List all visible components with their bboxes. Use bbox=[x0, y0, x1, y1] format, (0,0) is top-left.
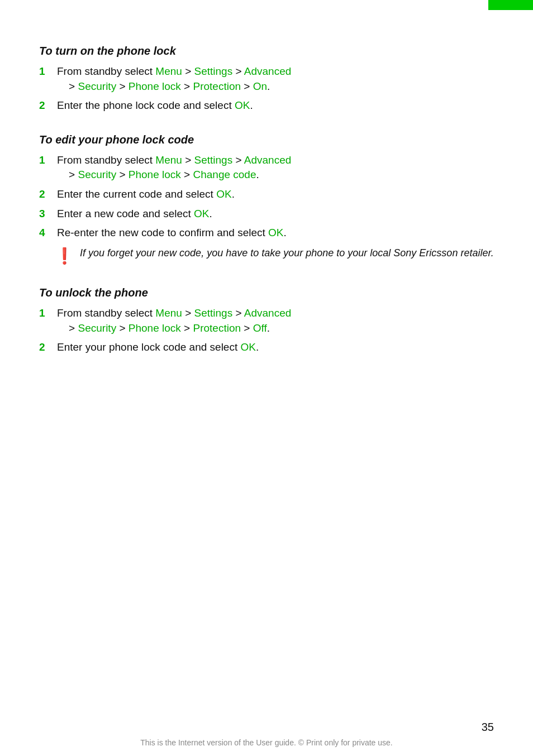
footer-text: This is the Internet version of the User… bbox=[0, 738, 533, 747]
step-list-unlock: 1 From standby select Menu > Settings > … bbox=[39, 306, 494, 355]
menu-link: Menu bbox=[155, 65, 182, 77]
ok-link: OK bbox=[216, 188, 231, 200]
step-number: 1 bbox=[39, 153, 55, 168]
step-text: Enter your phone lock code and select OK… bbox=[57, 340, 494, 355]
advanced-link: Advanced bbox=[244, 307, 292, 319]
page-number: 35 bbox=[482, 721, 494, 734]
note-box: ❗ If you forget your new code, you have … bbox=[55, 246, 494, 266]
green-bar bbox=[488, 0, 533, 10]
advanced-link: Advanced bbox=[244, 154, 292, 166]
step-text: Enter a new code and select OK. bbox=[57, 207, 494, 222]
ok-link: OK bbox=[240, 341, 255, 353]
settings-link: Settings bbox=[194, 307, 233, 319]
step-edit-4: 4 Re-enter the new code to confirm and s… bbox=[39, 226, 494, 241]
phone-lock-link: Phone lock bbox=[129, 169, 181, 180]
section-unlock-title: To unlock the phone bbox=[39, 286, 494, 299]
step-text: Enter the phone lock code and select OK. bbox=[57, 98, 494, 113]
ok-link: OK bbox=[268, 227, 283, 238]
advanced-link: Advanced bbox=[244, 65, 292, 77]
step-number: 4 bbox=[39, 226, 55, 241]
step-edit-1: 1 From standby select Menu > Settings > … bbox=[39, 153, 494, 183]
settings-link: Settings bbox=[194, 154, 233, 166]
security-link: Security bbox=[78, 80, 117, 92]
security-link: Security bbox=[78, 322, 117, 334]
step-list-edit: 1 From standby select Menu > Settings > … bbox=[39, 153, 494, 241]
menu-link: Menu bbox=[155, 154, 182, 166]
section-edit: To edit your phone lock code 1 From stan… bbox=[39, 133, 494, 266]
step-list-turn-on: 1 From standby select Menu > Settings > … bbox=[39, 64, 494, 113]
protection-link: Protection bbox=[193, 80, 241, 92]
step-number: 2 bbox=[39, 98, 55, 113]
protection-link: Protection bbox=[193, 322, 241, 334]
section-unlock: To unlock the phone 1 From standby selec… bbox=[39, 286, 494, 355]
change-code-link: Change code bbox=[193, 169, 256, 180]
step-number: 2 bbox=[39, 340, 55, 355]
step-text: From standby select Menu > Settings > Ad… bbox=[57, 64, 494, 94]
step-edit-3: 3 Enter a new code and select OK. bbox=[39, 207, 494, 222]
step-number: 1 bbox=[39, 64, 55, 79]
off-link: Off bbox=[253, 322, 267, 334]
warning-icon: ❗ bbox=[55, 246, 74, 266]
step-turn-on-2: 2 Enter the phone lock code and select O… bbox=[39, 98, 494, 113]
step-text: From standby select Menu > Settings > Ad… bbox=[57, 306, 494, 336]
section-edit-title: To edit your phone lock code bbox=[39, 133, 494, 146]
step-number: 1 bbox=[39, 306, 55, 321]
step-number: 2 bbox=[39, 187, 55, 202]
note-text: If you forget your new code, you have to… bbox=[80, 246, 494, 260]
step-unlock-2: 2 Enter your phone lock code and select … bbox=[39, 340, 494, 355]
ok-link: OK bbox=[194, 208, 209, 219]
step-turn-on-1: 1 From standby select Menu > Settings > … bbox=[39, 64, 494, 94]
menu-link: Menu bbox=[155, 307, 182, 319]
step-edit-2: 2 Enter the current code and select OK. bbox=[39, 187, 494, 202]
main-content: To turn on the phone lock 1 From standby… bbox=[0, 0, 533, 398]
step-text: Re-enter the new code to confirm and sel… bbox=[57, 226, 494, 241]
settings-link: Settings bbox=[194, 65, 233, 77]
step-unlock-1: 1 From standby select Menu > Settings > … bbox=[39, 306, 494, 336]
security-link: Security bbox=[78, 169, 117, 180]
step-text: From standby select Menu > Settings > Ad… bbox=[57, 153, 494, 183]
section-turn-on: To turn on the phone lock 1 From standby… bbox=[39, 45, 494, 113]
on-link: On bbox=[253, 80, 267, 92]
ok-link: OK bbox=[235, 99, 250, 111]
phone-lock-link: Phone lock bbox=[129, 80, 181, 92]
step-number: 3 bbox=[39, 207, 55, 222]
phone-lock-link: Phone lock bbox=[129, 322, 181, 334]
step-text: Enter the current code and select OK. bbox=[57, 187, 494, 202]
section-turn-on-title: To turn on the phone lock bbox=[39, 45, 494, 58]
